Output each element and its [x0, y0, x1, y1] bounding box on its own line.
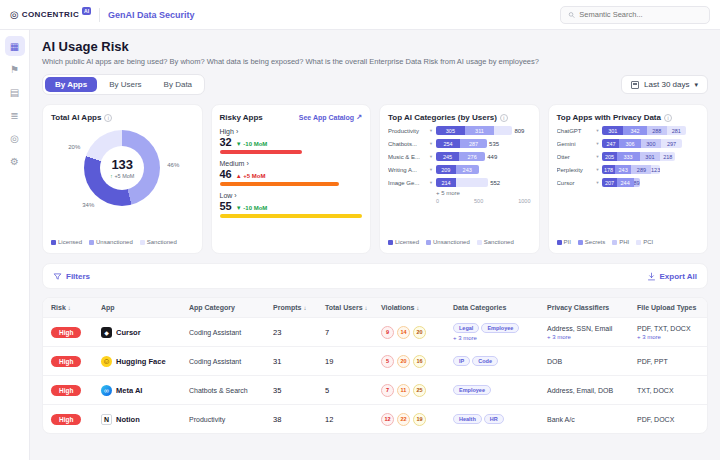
search-input[interactable] — [579, 10, 702, 19]
date-range-filter[interactable]: Last 30 days ▾ — [621, 75, 708, 94]
bar-segment: 333 — [617, 152, 640, 161]
tab-by-data[interactable]: By Data — [154, 77, 202, 92]
table-row[interactable]: High☺Hugging FaceCoding Assistant3119520… — [43, 346, 707, 375]
col-header-total-users[interactable]: Total Users↓ — [317, 298, 373, 317]
info-icon[interactable]: i — [104, 114, 112, 122]
info-icon[interactable]: i — [500, 114, 508, 122]
info-icon[interactable]: i — [664, 114, 672, 122]
report-icon[interactable]: ≣ — [5, 105, 25, 125]
semantic-search-box[interactable] — [560, 6, 710, 24]
violation-count-badge[interactable]: 9 — [381, 326, 394, 339]
data-category-pill[interactable]: Employee — [481, 323, 519, 333]
col-header-risk[interactable]: Risk↓ — [43, 298, 93, 317]
filter-mini-icon: ▼ — [596, 167, 600, 172]
filters-button[interactable]: Filters — [53, 272, 90, 281]
risk-badge: High — [51, 356, 81, 367]
violation-count-badge[interactable]: 5 — [381, 355, 394, 368]
bar-total-value: 552 — [490, 180, 500, 186]
sort-icon[interactable]: ↓ — [68, 305, 71, 311]
book-icon[interactable]: ▤ — [5, 82, 25, 102]
app-name[interactable]: Notion — [116, 415, 140, 424]
col-header-violations[interactable]: Violations↓ — [373, 298, 445, 317]
target-icon[interactable]: ◎ — [5, 128, 25, 148]
data-category-pill[interactable]: Employee — [453, 385, 491, 395]
prompts-cell: 31 — [265, 353, 317, 370]
bar-segment: 207 — [602, 178, 616, 187]
sort-icon[interactable]: ↓ — [416, 305, 419, 311]
more-link[interactable]: + 3 more — [453, 335, 537, 341]
legend-label: Unsanctioned — [96, 239, 133, 245]
risk-level-bar — [220, 150, 303, 154]
file-upload-types-cell: PDF, PPT — [629, 354, 707, 369]
axis-tick: 1000 — [518, 198, 530, 204]
risk-level-link[interactable]: Medium› — [220, 160, 363, 167]
violation-count-badge[interactable]: 20 — [397, 355, 410, 368]
risk-level-link[interactable]: High› — [220, 128, 363, 135]
col-header-app-category[interactable]: App Category — [181, 298, 265, 317]
col-header-app[interactable]: App — [93, 298, 181, 317]
date-range-label: Last 30 days — [644, 80, 689, 89]
bar-row: Music & E...▼245276449 — [388, 152, 531, 161]
data-category-pill[interactable]: Health — [453, 414, 482, 424]
bar-segment: 289 — [631, 165, 651, 174]
violation-count-badge[interactable]: 14 — [397, 326, 410, 339]
more-link[interactable]: + 3 more — [637, 334, 705, 340]
app-name[interactable]: Meta AI — [116, 386, 142, 395]
bar-segment: 214 — [436, 178, 456, 187]
violation-count-badge[interactable]: 11 — [397, 384, 410, 397]
bar-segment: 287 — [460, 139, 487, 148]
sidebar: ▦⚑▤≣◎⚙ — [0, 30, 30, 460]
donut-outer: 133 ↑ +5 MoM 46%34%20% — [84, 130, 160, 206]
app-name[interactable]: Hugging Face — [116, 357, 166, 366]
total-ai-apps-card: Total AI Apps i 133 ↑ +5 MoM 46%34%20% L… — [42, 104, 203, 254]
see-app-catalog-link[interactable]: See App Catalog ↗ — [299, 113, 362, 121]
notion-logo: N — [101, 414, 112, 425]
table-row[interactable]: High∞Meta AIChatbots & Search35571125Emp… — [43, 375, 707, 404]
filters-label: Filters — [66, 272, 90, 281]
gear-icon[interactable]: ⚙ — [5, 151, 25, 171]
sort-icon[interactable]: ↓ — [303, 305, 306, 311]
risk-level-high: High›32▼ -10 MoM — [220, 128, 363, 154]
tab-by-apps[interactable]: By Apps — [45, 77, 97, 92]
violation-count-badge[interactable]: 25 — [413, 384, 426, 397]
bar-segment: 300 — [641, 139, 662, 148]
risk-level-link[interactable]: Low› — [220, 192, 363, 199]
more-link[interactable]: + 3 more — [547, 334, 627, 340]
filter-mini-icon: ▼ — [596, 154, 600, 159]
data-category-pill[interactable]: Code — [472, 356, 498, 366]
app-name[interactable]: Cursor — [116, 328, 141, 337]
concentric-logo[interactable]: ◎ CONCENTRIC AI — [10, 9, 91, 20]
violation-count-badge[interactable]: 7 — [381, 384, 394, 397]
table-row[interactable]: High◆CursorCoding Assistant23791420Legal… — [43, 317, 707, 346]
tab-by-users[interactable]: By Users — [99, 77, 151, 92]
table-row[interactable]: HighNNotionProductivity3812122219HealthH… — [43, 404, 707, 433]
risk-level-delta: ▲ +5 MoM — [236, 173, 266, 179]
legend-swatch — [636, 240, 641, 245]
dashboard-grid-icon[interactable]: ▦ — [5, 36, 25, 56]
violation-count-badge[interactable]: 20 — [413, 326, 426, 339]
export-all-button[interactable]: Export All — [647, 272, 697, 281]
col-header-file-upload-types[interactable]: File Upload Types — [629, 298, 707, 317]
categories-axis: 05001000 — [436, 198, 531, 204]
col-header-data-categories[interactable]: Data Categories — [445, 298, 539, 317]
bar-segment: 247 — [602, 139, 619, 148]
col-header-prompts[interactable]: Prompts↓ — [265, 298, 317, 317]
bar-total-value: 535 — [489, 141, 499, 147]
bar-segment: 244 — [617, 178, 634, 187]
sort-icon[interactable]: ↓ — [365, 305, 368, 311]
violation-count-badge[interactable]: 12 — [381, 413, 394, 426]
bar-segment-remainder — [494, 126, 512, 135]
categories-more-link[interactable]: + 5 more — [436, 190, 531, 196]
data-category-pill[interactable]: Legal — [453, 323, 479, 333]
violation-count-badge[interactable]: 19 — [413, 413, 426, 426]
legend-item: Sanctioned — [477, 239, 514, 245]
data-category-pill[interactable]: IP — [453, 356, 470, 366]
legend-swatch — [557, 240, 562, 245]
violation-count-badge[interactable]: 22 — [397, 413, 410, 426]
legend-swatch — [612, 240, 617, 245]
col-header-privacy-classifiers[interactable]: Privacy Classifiers — [539, 298, 629, 317]
data-category-pill[interactable]: HR — [484, 414, 504, 424]
flag-icon[interactable]: ⚑ — [5, 59, 25, 79]
bar-segment-remainder — [456, 178, 488, 187]
violation-count-badge[interactable]: 16 — [413, 355, 426, 368]
